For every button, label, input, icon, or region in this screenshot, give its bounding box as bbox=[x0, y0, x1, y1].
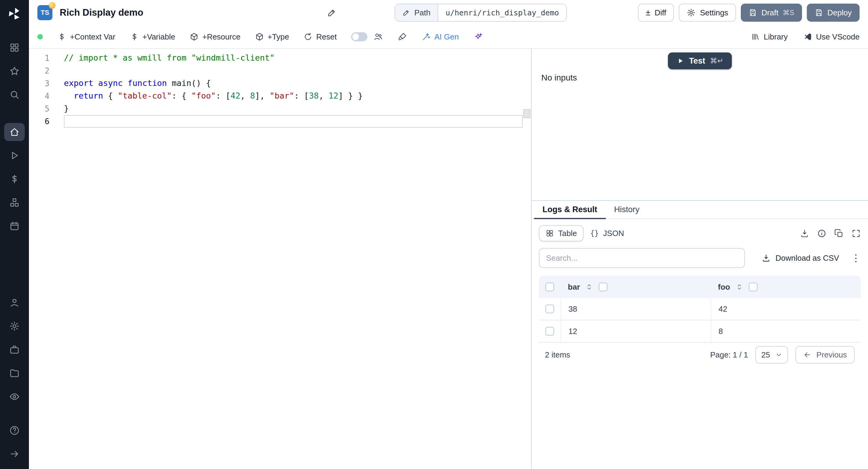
sidebar-item-play[interactable] bbox=[4, 147, 25, 164]
code-text: } bbox=[64, 102, 531, 115]
pencil-icon bbox=[402, 9, 410, 17]
table-footer: 2 items Page: 1 / 1 25 Pre bbox=[539, 343, 861, 367]
sidebar-item-star[interactable] bbox=[4, 62, 25, 80]
collab-group bbox=[351, 32, 383, 41]
code-text: export async function main() { bbox=[64, 77, 531, 90]
sidebar-item-arrow-right[interactable] bbox=[4, 445, 25, 463]
table-controls: Download as CSV ⋮ bbox=[539, 248, 861, 268]
add-type-button[interactable]: +Type bbox=[255, 32, 289, 41]
test-button[interactable]: Test ⌘↵ bbox=[668, 53, 732, 69]
windmill-logo-icon[interactable] bbox=[5, 5, 24, 23]
tab-history[interactable]: History bbox=[606, 201, 648, 219]
copy-icon[interactable] bbox=[834, 229, 844, 238]
code-line-3[interactable]: 3export async function main() { bbox=[29, 77, 531, 90]
table-cell: 38 bbox=[561, 298, 711, 320]
editor-scrollbar-thumb[interactable] bbox=[523, 109, 530, 118]
more-options-button[interactable]: ⋮ bbox=[851, 253, 861, 263]
edit-path-button[interactable]: Path bbox=[395, 4, 438, 21]
home-icon bbox=[9, 127, 20, 137]
code-line-2[interactable]: 2 bbox=[29, 64, 531, 77]
sidebar-item-apps[interactable] bbox=[4, 39, 25, 57]
package-icon bbox=[255, 32, 264, 41]
sparkles-icon[interactable] bbox=[473, 32, 483, 41]
sidebar-item-calendar[interactable] bbox=[4, 217, 25, 235]
reset-button[interactable]: Reset bbox=[304, 32, 337, 41]
row-checkbox[interactable] bbox=[545, 305, 554, 313]
tab-logs-result[interactable]: Logs & Result bbox=[534, 201, 606, 219]
result-tabs: Logs & Result History bbox=[532, 201, 868, 219]
column-checkbox[interactable] bbox=[749, 282, 758, 291]
sidebar-item-help[interactable] bbox=[4, 421, 25, 439]
download-icon[interactable] bbox=[800, 229, 809, 238]
reset-label: Reset bbox=[316, 32, 337, 41]
sidebar-item-search[interactable] bbox=[4, 86, 25, 104]
sidebar-item-home[interactable] bbox=[4, 123, 25, 141]
search-icon bbox=[9, 89, 20, 100]
page-title: Rich Display demo bbox=[60, 7, 143, 18]
add-variable-button[interactable]: +Variable bbox=[130, 32, 176, 41]
sidebar-item-dollar[interactable] bbox=[4, 170, 25, 188]
sort-icon[interactable] bbox=[735, 283, 743, 291]
code-line-6[interactable]: 6 bbox=[29, 115, 531, 128]
help-icon bbox=[9, 425, 20, 436]
result-actions bbox=[800, 229, 861, 238]
code-line-5[interactable]: 5} bbox=[29, 102, 531, 115]
row-checkbox[interactable] bbox=[545, 327, 554, 336]
use-vscode-button[interactable]: Use VScode bbox=[803, 32, 860, 41]
settings-button[interactable]: Settings bbox=[679, 4, 736, 22]
sort-icon[interactable] bbox=[585, 283, 593, 291]
typescript-badge: TS bbox=[37, 5, 53, 20]
info-icon[interactable] bbox=[817, 229, 827, 238]
deploy-button[interactable]: Deploy bbox=[807, 4, 860, 22]
sidebar-item-folder[interactable] bbox=[4, 364, 25, 382]
toggle-switch[interactable] bbox=[351, 32, 367, 41]
line-number: 2 bbox=[29, 66, 64, 75]
code-line-1[interactable]: 1// import * as wmill from "windmill-cli… bbox=[29, 52, 531, 64]
previous-page-button[interactable]: Previous bbox=[795, 346, 855, 364]
ai-gen-button[interactable]: AI Gen bbox=[422, 32, 459, 41]
column-checkbox[interactable] bbox=[598, 282, 608, 291]
column-header-bar[interactable]: bar bbox=[561, 282, 711, 292]
braces-icon: {} bbox=[590, 229, 599, 238]
row-select-cell bbox=[539, 305, 561, 313]
table-body: 3842128 bbox=[539, 298, 861, 343]
search-input[interactable] bbox=[539, 248, 745, 268]
sidebar-nav bbox=[0, 31, 29, 463]
column-label: bar bbox=[568, 282, 580, 292]
package-icon bbox=[190, 32, 198, 41]
items-count: 2 items bbox=[545, 350, 570, 359]
select-all-checkbox[interactable] bbox=[545, 282, 554, 291]
column-header-foo[interactable]: foo bbox=[711, 282, 861, 292]
library-button[interactable]: Library bbox=[751, 32, 787, 41]
draft-button[interactable]: Draft ⌘S bbox=[741, 4, 802, 22]
sidebar-item-blocks[interactable] bbox=[4, 193, 25, 212]
add-variable-label: +Variable bbox=[143, 32, 176, 41]
script-path[interactable]: u/henri/rich_display_demo bbox=[438, 4, 566, 21]
diff-button[interactable]: ± Diff bbox=[638, 4, 674, 22]
add-resource-button[interactable]: +Resource bbox=[190, 32, 240, 41]
download-csv-button[interactable]: Download as CSV bbox=[762, 253, 839, 263]
draft-button-label: Draft bbox=[761, 8, 778, 18]
sidebar-item-eye[interactable] bbox=[4, 387, 25, 406]
collaborators-icon[interactable] bbox=[373, 32, 383, 41]
view-json-button[interactable]: {} JSON bbox=[584, 225, 630, 242]
sidebar-item-briefcase[interactable] bbox=[4, 341, 25, 359]
chevron-down-icon bbox=[775, 351, 782, 358]
page-size-select[interactable]: 25 bbox=[755, 346, 788, 364]
sidebar-item-gear[interactable] bbox=[4, 317, 25, 335]
test-shortcut: ⌘↵ bbox=[710, 57, 723, 65]
use-vscode-label: Use VScode bbox=[816, 32, 860, 41]
format-brush-icon[interactable] bbox=[398, 32, 407, 41]
column-label: foo bbox=[718, 282, 730, 292]
edit-summary-button[interactable] bbox=[327, 8, 337, 18]
code-line-4[interactable]: 4 return { "table-col": { "foo": [42, 8]… bbox=[29, 90, 531, 102]
expand-icon[interactable] bbox=[851, 229, 861, 238]
vscode-icon bbox=[803, 32, 812, 41]
badge-emoji-icon bbox=[49, 2, 56, 9]
sidebar-item-user[interactable] bbox=[4, 293, 25, 312]
add-context-var-button[interactable]: +Context Var bbox=[57, 32, 116, 41]
view-table-button[interactable]: Table bbox=[539, 225, 584, 242]
diff-icon: ± bbox=[646, 8, 650, 17]
table-row: 3842 bbox=[539, 298, 861, 320]
code-editor[interactable]: 1// import * as wmill from "windmill-cli… bbox=[29, 49, 532, 469]
